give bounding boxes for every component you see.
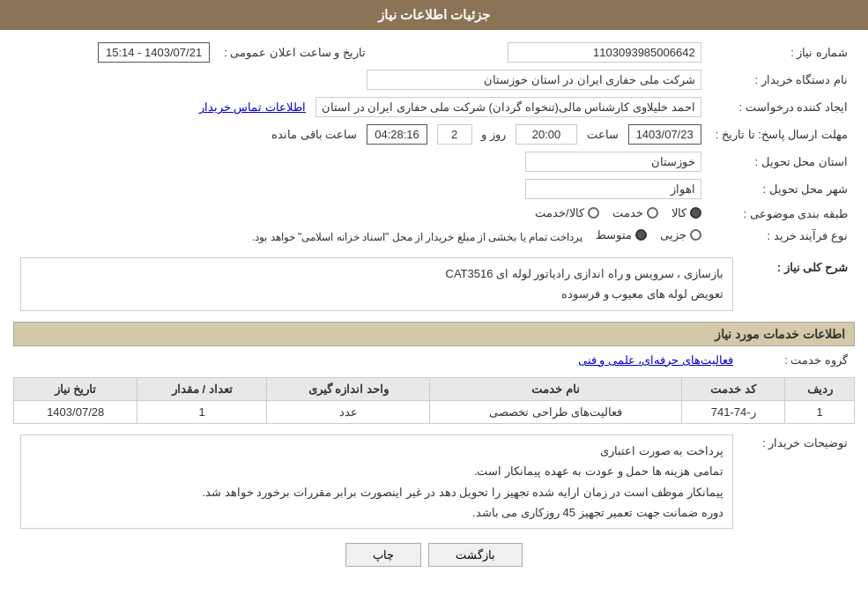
ijad-konande-field: احمد خلیلاوی کارشناس مالی(تنخواه گردان) …: [315, 97, 701, 117]
farayand-jozii-radio[interactable]: [690, 229, 701, 241]
mohlat-roz-field: 2: [437, 124, 472, 145]
services-section-title: اطلاعات خدمات مورد نیاز: [13, 322, 855, 346]
mohlat-saat-field: 20:00: [516, 124, 577, 145]
bottom-buttons: بازگشت چاپ: [13, 543, 855, 567]
mohlat-row: 1403/07/23 ساعت 20:00 روز و 2 04:28:16 س…: [13, 121, 708, 148]
tabaqe-kala-label: کالا: [671, 206, 686, 219]
tabaqe-kala-radio[interactable]: [690, 207, 701, 219]
toozihat-table: توضیحات خریدار : پرداخت به صورت اعتباری …: [13, 431, 855, 533]
toozihat-label: توضیحات خریدار :: [740, 431, 855, 533]
cell-unit: عدد: [267, 400, 430, 423]
mohlat-remaining: 04:28:16: [367, 124, 427, 145]
ijadKonande-value: احمد خلیلاوی کارشناس مالی(تنخواه گردان) …: [13, 93, 708, 121]
tabaqe-khadamat-radio[interactable]: [647, 207, 658, 219]
toozihat-line4: دوره ضمانت جهت تعمیر تجهیز 45 روزکاری می…: [30, 502, 723, 523]
cell-name: فعالیت‌های طراحی تخصصی: [430, 400, 682, 423]
col-header-qty: تعداد / مقدار: [137, 377, 267, 400]
sharh-label: شرح کلی نیاز :: [740, 254, 855, 315]
main-info-table: شماره نیاز : 1103093985006642 تاریخ و سا…: [13, 39, 855, 247]
col-header-unit: واحد اندازه گیری: [267, 377, 430, 400]
toozihat-line3: پیمانکار موظف است در زمان ارایه شده تجهی…: [30, 482, 723, 502]
etelaat-link[interactable]: اطلاعات تماس خریدار: [199, 100, 306, 114]
tabaqe-label: طبقه بندی موضوعی :: [708, 203, 855, 225]
mohlat-date: 1403/07/23: [628, 124, 701, 145]
farayand-note: پرداخت تمام یا بخشی از مبلغ خریدار از مح…: [252, 231, 582, 243]
table-row: 1ر-74-741فعالیت‌های طراحی تخصصیعدد11403/…: [14, 400, 855, 423]
shahr-value: اهواز: [13, 175, 708, 203]
header-title: جزئیات اطلاعات نیاز: [378, 7, 490, 22]
tabaqe-kalaKhadamat-label: کالا/خدمت: [535, 206, 584, 219]
ostan-label: استان محل تحویل :: [708, 148, 855, 175]
shomareNiaz-value: 1103093985006642: [373, 39, 708, 66]
noeFarayand-row: جزیی متوسط پرداخت تمام یا بخشی از مبلغ خ…: [13, 225, 708, 247]
nam-dastgah-field: شرکت ملی حفاری ایران در استان خوزستان: [367, 70, 701, 90]
col-header-code: کد خدمت: [682, 377, 785, 400]
toozihat-value: پرداخت به صورت اعتباری تمامی هزینه ها حم…: [13, 431, 740, 533]
group-label: گروه خدمت :: [740, 350, 855, 370]
sharh-line2: تعویض لوله های معیوب و فرسوده: [30, 284, 723, 304]
sharh-line1: بازسازی ، سرویس و راه اندازی رادیاتور لو…: [30, 264, 723, 284]
ostan-field: خوزستان: [525, 152, 701, 172]
shahr-field: اهواز: [525, 179, 701, 199]
ostan-value: خوزستان: [13, 148, 708, 175]
toozihat-line1: پرداخت به صورت اعتباری: [30, 441, 723, 461]
page-header: جزئیات اطلاعات نیاز: [0, 0, 868, 30]
back-button[interactable]: بازگشت: [428, 543, 523, 567]
col-header-row: ردیف: [785, 377, 855, 400]
cell-date: 1403/07/28: [14, 400, 137, 423]
sharh-box: بازسازی ، سرویس و راه اندازی رادیاتور لو…: [20, 257, 733, 311]
group-value: فعالیت‌های حرفه‌ای، علمی و فنی: [13, 350, 740, 370]
shomareNiaz-label: شماره نیاز :: [708, 39, 855, 66]
tarikho-saat-field: 1403/07/21 - 15:14: [98, 42, 210, 63]
col-header-name: نام خدمت: [430, 377, 682, 400]
group-link[interactable]: فعالیت‌های حرفه‌ای، علمی و فنی: [578, 353, 733, 367]
tabaqe-row: کالا خدمت کالا/خدمت: [13, 203, 708, 225]
sharh-value: بازسازی ، سرویس و راه اندازی رادیاتور لو…: [13, 254, 740, 315]
tabaqe-khadamat-label: خدمت: [612, 206, 643, 219]
shomare-niaz-field: 1103093985006642: [508, 42, 701, 63]
noeFarayand-label: نوع فرآیند خرید :: [708, 225, 855, 247]
shahr-label: شهر محل تحویل :: [708, 175, 855, 203]
mohlat-label: مهلت ارسال پاسخ: تا تاریخ :: [708, 121, 855, 148]
tarikho-saat-value: 1403/07/21 - 15:14: [13, 39, 217, 66]
ijadKonande-label: ایجاد کننده درخواست :: [708, 93, 855, 121]
sharh-table: شرح کلی نیاز : بازسازی ، سرویس و راه اند…: [13, 254, 855, 315]
farayand-jozii-label: جزیی: [660, 228, 686, 241]
toozihat-line2: تمامی هزینه ها حمل و عودت به عهده پیمانک…: [30, 461, 723, 481]
namDastgah-label: نام دستگاه خریدار :: [708, 66, 855, 93]
cell-row: 1: [785, 400, 855, 423]
mohlat-remaining-label: ساعت باقی مانده: [271, 128, 357, 141]
services-data-table: ردیف کد خدمت نام خدمت واحد اندازه گیری ت…: [13, 377, 855, 424]
print-button[interactable]: چاپ: [345, 543, 421, 567]
cell-quantity: 1: [137, 400, 267, 423]
tabaqe-kalaKhadamat-radio[interactable]: [588, 207, 599, 219]
col-header-date: تاریخ نیاز: [14, 377, 137, 400]
namDastgah-value: شرکت ملی حفاری ایران در استان خوزستان: [13, 66, 708, 93]
farayand-motevaset-label: متوسط: [596, 228, 632, 241]
mohlat-roz-label: روز و: [481, 128, 506, 141]
tarikho-saat-label: تاریخ و ساعت اعلان عمومی :: [217, 39, 373, 66]
cell-code: ر-74-741: [682, 400, 785, 423]
mohlat-saat-label: ساعت: [587, 128, 619, 141]
group-table: گروه خدمت : فعالیت‌های حرفه‌ای، علمی و ف…: [13, 350, 855, 370]
toozihat-box: پرداخت به صورت اعتباری تمامی هزینه ها حم…: [20, 434, 733, 530]
farayand-motevaset-radio[interactable]: [635, 229, 647, 241]
